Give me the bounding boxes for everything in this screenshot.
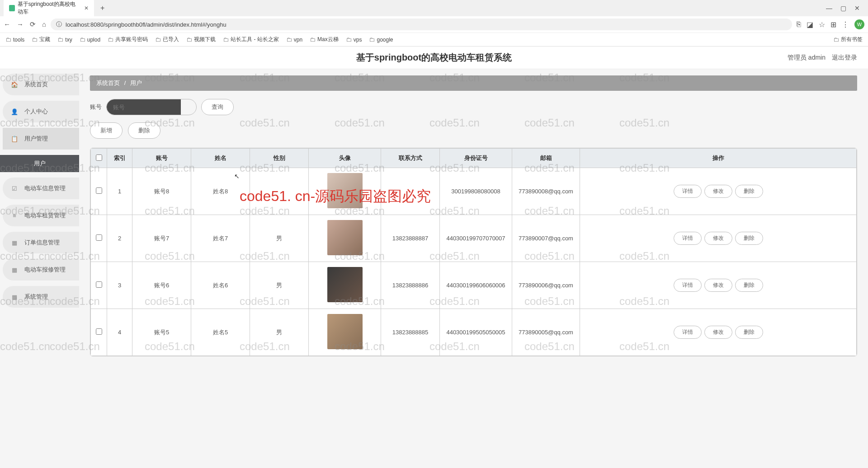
select-all-checkbox[interactable] [96, 154, 102, 161]
bookmark-item[interactable]: 🗀站长工具 - 站长之家 [223, 36, 279, 43]
cell-account: 账号6 [132, 262, 191, 309]
bookmark-item[interactable]: 🗀txy [57, 36, 72, 43]
detail-button[interactable]: 详情 [674, 185, 702, 198]
delete-button[interactable]: 删除 [128, 122, 160, 139]
sidebar-icon: ▦ [11, 294, 18, 300]
bookmark-item[interactable]: 🗀vps [346, 36, 362, 43]
detail-button[interactable]: 详情 [674, 326, 702, 339]
sidebar: 🏠系统首页👤个人中心📋用户管理用户☑电动车信息管理≡电动车租赁管理▦订单信息管理… [0, 69, 79, 468]
folder-icon: 🗀 [32, 36, 38, 43]
star-icon[interactable]: ☆ [819, 20, 825, 29]
table-header: 索引 [107, 149, 132, 168]
edit-button[interactable]: 修改 [704, 326, 732, 339]
sidebar-item[interactable]: 🏠系统首页 [3, 74, 79, 95]
table-header: 账号 [132, 149, 191, 168]
cell-phone: 13823888886 [381, 262, 440, 309]
sidebar-icon: ≡ [11, 212, 18, 219]
edit-button[interactable]: 修改 [704, 185, 732, 198]
sidebar-label: 个人中心 [24, 108, 48, 116]
row-delete-button[interactable]: 删除 [735, 232, 763, 245]
search-input[interactable] [113, 104, 175, 111]
bookmark-item[interactable]: 🗀Max云梯 [310, 36, 339, 43]
row-checkbox[interactable] [96, 328, 102, 335]
avatar-image [327, 267, 363, 302]
sidebar-item[interactable]: 📋用户管理 [3, 128, 79, 150]
maximize-icon[interactable]: ▢ [840, 5, 846, 12]
table-header: 性别 [250, 149, 309, 168]
bookmark-item[interactable]: 🗀google [369, 36, 393, 43]
profile-avatar[interactable]: W [854, 19, 864, 29]
sidebar-icon: ▦ [11, 239, 18, 246]
lens-icon[interactable]: ◪ [807, 20, 813, 29]
table-row: 1账号8姓名8300199808080008773890008@qq.com详情… [91, 168, 857, 215]
app-header: 基于springboot的高校电动车租赁系统 管理员 admin 退出登录 [0, 47, 868, 69]
row-checkbox[interactable] [96, 187, 102, 194]
row-checkbox[interactable] [96, 234, 102, 241]
reload-icon[interactable]: ⟳ [30, 20, 36, 28]
sidebar-label: 用户管理 [24, 135, 48, 143]
bookmark-item[interactable]: 🗀vpn [286, 36, 302, 43]
bookmark-item[interactable]: 🗀已导入 [155, 36, 179, 43]
add-button[interactable]: 新增 [90, 122, 123, 139]
row-checkbox[interactable] [96, 281, 102, 288]
cell-idcard: 440300199606060006 [440, 262, 512, 309]
extensions-icon[interactable]: ⊞ [830, 20, 836, 29]
action-row: 新增 删除 [90, 122, 857, 139]
detail-button[interactable]: 详情 [674, 279, 702, 292]
close-icon[interactable]: ✕ [84, 5, 89, 11]
detail-button[interactable]: 详情 [674, 232, 702, 245]
row-delete-button[interactable]: 删除 [735, 326, 763, 339]
sidebar-icon: ☑ [11, 185, 18, 192]
row-delete-button[interactable]: 删除 [735, 279, 763, 292]
query-button[interactable]: 查询 [201, 99, 234, 115]
edit-button[interactable]: 修改 [704, 232, 732, 245]
close-window-icon[interactable]: ✕ [854, 5, 860, 12]
bookmark-item[interactable]: 🗀uplod [80, 36, 100, 43]
menu-icon[interactable]: ⋮ [842, 20, 849, 29]
cell-name: 姓名6 [191, 262, 250, 309]
bookmark-item[interactable]: 🗀共享账号密码 [108, 36, 148, 43]
folder-icon: 🗀 [223, 36, 229, 43]
translate-icon[interactable]: ⎘ [797, 20, 801, 28]
sidebar-icon: 👤 [11, 108, 18, 115]
sidebar-item[interactable]: ▦电动车报修管理 [3, 259, 79, 281]
url-field[interactable]: ⓘ localhost:8080/springboothb0fl/admin/d… [51, 19, 792, 30]
cell-email: 773890007@qq.com [512, 215, 580, 262]
folder-icon: 🗀 [80, 36, 85, 43]
folder-icon: 🗀 [346, 36, 352, 43]
sidebar-item[interactable]: ☑电动车信息管理 [3, 178, 79, 199]
browser-tab[interactable]: 基于springboot的高校电动车 ✕ [4, 0, 94, 19]
bookmark-item[interactable]: 🗀视频下载 [186, 36, 216, 43]
sidebar-label: 系统首页 [24, 80, 48, 89]
bookmark-item[interactable]: 🗀宝藏 [32, 36, 50, 43]
back-icon[interactable]: ← [4, 20, 10, 28]
site-info-icon[interactable]: ⓘ [56, 20, 62, 28]
logout-link[interactable]: 退出登录 [832, 54, 857, 62]
minimize-icon[interactable]: — [826, 5, 832, 12]
sidebar-item[interactable]: ▦系统管理 [3, 286, 79, 308]
sidebar-item[interactable]: ≡电动车租赁管理 [3, 205, 79, 226]
sidebar-item[interactable]: ▦订单信息管理 [3, 232, 79, 253]
edit-button[interactable]: 修改 [704, 279, 732, 292]
sidebar-label: 系统管理 [24, 293, 48, 301]
sidebar-sub-item[interactable]: 用户 [0, 155, 79, 172]
cell-avatar [309, 309, 381, 356]
table-header: 头像 [309, 149, 381, 168]
browser-chrome: 基于springboot的高校电动车 ✕ + — ▢ ✕ ← → ⟳ ⌂ ⓘ l… [0, 0, 868, 47]
favicon-icon [9, 5, 15, 11]
sidebar-label: 电动车信息管理 [24, 184, 66, 192]
cell-avatar [309, 262, 381, 309]
cell-index: 3 [107, 262, 132, 309]
all-bookmarks[interactable]: 🗀 所有书签 [833, 36, 863, 43]
row-delete-button[interactable]: 删除 [735, 185, 763, 198]
home-icon[interactable]: ⌂ [42, 20, 46, 28]
new-tab-button[interactable]: + [97, 4, 108, 12]
cell-sex: 男 [250, 262, 309, 309]
forward-icon[interactable]: → [17, 20, 24, 28]
bookmark-item[interactable]: 🗀tools [5, 36, 24, 43]
sidebar-icon: 🏠 [11, 81, 18, 88]
cell-account: 账号8 [132, 168, 191, 215]
sidebar-item[interactable]: 👤个人中心 [3, 101, 79, 122]
sidebar-icon: 📋 [11, 136, 18, 142]
breadcrumb-home[interactable]: 系统首页 [96, 80, 120, 86]
